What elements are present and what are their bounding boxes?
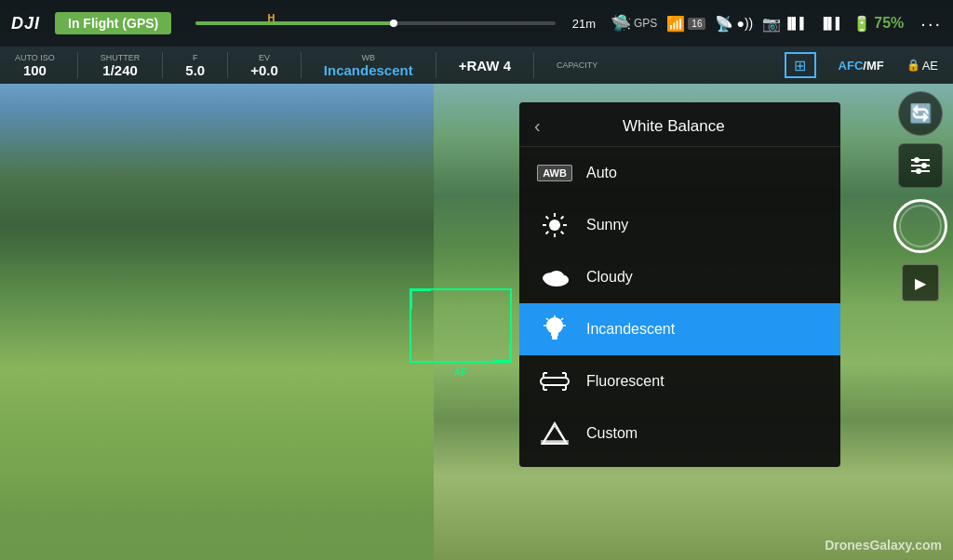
wb-option-fluorescent[interactable]: Fluorescent	[519, 355, 840, 407]
gps-group: 🛸 GPS	[611, 13, 657, 33]
shutter-button[interactable]	[893, 199, 947, 253]
hd-group: ▐▌▌	[817, 17, 844, 30]
flight-bar-fill	[195, 21, 394, 25]
wb-option-sunny[interactable]: Sunny	[519, 199, 840, 251]
shutter-label: SHUTTER	[101, 53, 141, 62]
watermark-text: DronesGalaxy.com	[825, 538, 942, 553]
camera-icon: 📷	[762, 15, 781, 33]
wb-label: WB	[362, 53, 376, 62]
svg-rect-13	[551, 333, 558, 336]
aperture-param[interactable]: F 5.0	[185, 53, 205, 78]
wb-sunny-icon	[538, 208, 571, 242]
svg-line-18	[561, 318, 563, 320]
shutter-value: 1/240	[102, 62, 138, 78]
camera-switch-button[interactable]: 🔄	[898, 91, 943, 136]
iso-value: 100	[23, 62, 47, 78]
ae-label: AE	[922, 59, 938, 73]
hd-signal: ▐▌▌	[820, 17, 844, 30]
gps-label: GPS	[634, 17, 657, 30]
wb-value: Incandescent	[324, 62, 413, 78]
svg-line-5	[546, 217, 549, 220]
svg-point-36	[921, 163, 927, 168]
wb-fluorescent-label: Fluorescent	[586, 373, 664, 390]
altitude-value: 21m	[572, 17, 596, 31]
wb-sunny-label: Sunny	[586, 217, 628, 233]
iso-label: Auto ISO	[15, 53, 55, 62]
afc-label: AFC	[839, 59, 864, 73]
wb-panel-title: White Balance	[556, 117, 792, 136]
af-corner-br	[493, 344, 512, 363]
aperture-label: F	[193, 53, 198, 62]
lock-icon: 🔒	[906, 59, 920, 72]
wb-fluorescent-icon	[538, 365, 571, 398]
white-balance-panel: ‹ White Balance AWB Auto Sunny	[519, 102, 840, 467]
ae-lock-button[interactable]: 🔒 AE	[906, 59, 938, 73]
aperture-value: 5.0	[185, 62, 205, 78]
raw-value: +RAW 4	[459, 58, 511, 73]
wb-incandescent-label: Incandescent	[586, 321, 675, 338]
svg-rect-14	[552, 336, 557, 338]
svg-point-38	[916, 168, 921, 174]
wb-param[interactable]: WB Incandescent	[324, 53, 413, 78]
wb-option-incandescent[interactable]: Incandescent	[519, 303, 840, 355]
svg-point-12	[546, 317, 563, 334]
playback-button[interactable]: ▶	[902, 264, 939, 301]
camera-params-bar: Auto ISO 100 SHUTTER 1/240 F 5.0 EV +0.0…	[0, 47, 953, 84]
signal-strength: 16	[688, 18, 705, 30]
capacity-param: CAPACITY	[557, 60, 597, 70]
ev-label: EV	[259, 53, 270, 62]
flight-bar-dot	[390, 20, 397, 27]
wb-incandescent-icon	[538, 313, 571, 346]
right-controls: 🔄 ▶	[888, 84, 953, 309]
signal-icon: 📶	[666, 15, 685, 33]
awb-badge: AWB	[537, 165, 572, 181]
transmission-group: 📡 ●))	[715, 15, 753, 33]
ev-value: +0.0	[250, 62, 278, 78]
svg-point-11	[549, 271, 564, 282]
dji-logo: DJI	[11, 14, 40, 33]
svg-line-6	[561, 232, 564, 234]
wb-custom-icon	[538, 417, 571, 450]
topbar-icons: 🛸 GPS 📶 16 📡 ●)) 📷 ▐▌▌ ▐▌▌ 🔋 75% ···	[611, 13, 942, 34]
mf-label: /MF	[863, 59, 883, 73]
raw-param[interactable]: +RAW 4	[459, 58, 511, 73]
svg-rect-15	[552, 338, 557, 340]
camera-group: 📷 ▐▌▌	[762, 15, 808, 33]
transmission-icon: 📡	[715, 15, 733, 33]
wb-auto-icon: AWB	[538, 156, 571, 190]
settings-button[interactable]	[898, 143, 943, 188]
ev-param[interactable]: EV +0.0	[250, 53, 278, 78]
afc-mf-button[interactable]: AFC/MF	[839, 57, 884, 73]
capacity-label: CAPACITY	[557, 60, 597, 70]
wb-auto-label: Auto	[586, 165, 617, 181]
battery-icon: 🔋	[852, 15, 871, 33]
iso-param: Auto ISO 100	[15, 53, 55, 78]
svg-point-0	[549, 220, 560, 231]
wb-panel-header: ‹ White Balance	[519, 102, 840, 147]
svg-line-17	[546, 318, 548, 320]
camera-switch-icon: 🔄	[909, 102, 933, 125]
play-icon: ▶	[915, 274, 926, 292]
af-target-box	[409, 288, 512, 363]
more-options-button[interactable]: ···	[920, 13, 942, 34]
svg-line-7	[561, 217, 564, 220]
wb-cloudy-icon	[538, 260, 571, 294]
flight-bar-h-marker: H	[268, 12, 275, 23]
svg-line-8	[546, 232, 549, 234]
wb-option-cloudy[interactable]: Cloudy	[519, 251, 840, 303]
framing-mode-button[interactable]: ⊞	[785, 52, 816, 78]
wb-back-button[interactable]: ‹	[534, 115, 541, 137]
battery-group: 🔋 75%	[852, 15, 904, 33]
wb-custom-label: Custom	[586, 425, 638, 442]
dot-indicator: ●))	[736, 16, 753, 31]
shutter-param[interactable]: SHUTTER 1/240	[101, 53, 141, 78]
battery-percentage: 75%	[874, 15, 904, 32]
wb-cloudy-label: Cloudy	[586, 269, 633, 286]
flight-progress-bar: H	[195, 21, 555, 25]
camera-signal: ▐▌▌	[784, 17, 808, 30]
flight-status-badge: In Flight (GPS)	[55, 12, 171, 34]
wb-option-auto[interactable]: AWB Auto	[519, 147, 840, 199]
sliders-icon	[909, 156, 932, 175]
wb-option-custom[interactable]: Custom	[519, 407, 840, 460]
svg-rect-21	[541, 378, 569, 385]
